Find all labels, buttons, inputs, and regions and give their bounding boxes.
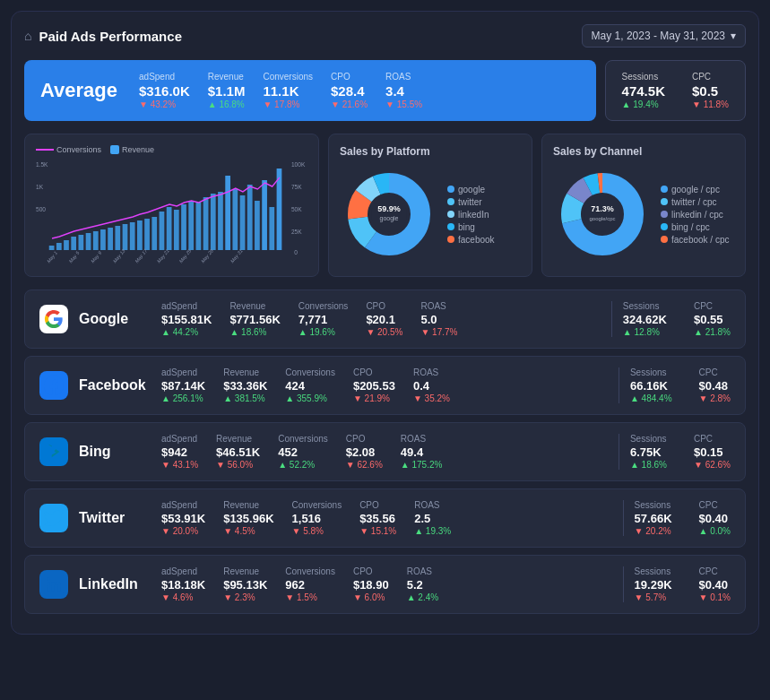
- home-icon[interactable]: ⌂: [24, 29, 31, 43]
- platform-row-bing: Bing adSpend $942 ▼ 43.1% Revenue $46.51…: [24, 422, 746, 481]
- svg-text:100K: 100K: [291, 160, 305, 169]
- bar-chart-card: Conversions Revenue 1.5K 1K 500 100K 75K: [24, 134, 319, 277]
- channel-legend: google / cpc twitter / cpc linkedin / cp…: [661, 185, 729, 245]
- separator: [619, 434, 619, 470]
- svg-rect-30: [211, 194, 216, 250]
- metric-bing-cpo: CPO $2.08 ▼ 62.6%: [346, 434, 383, 470]
- metric-linkedin-sessions-right: Sessions 19.29K ▼ 5.7%: [635, 566, 672, 602]
- svg-rect-19: [130, 222, 135, 250]
- legend-google-cpc: google / cpc: [661, 185, 729, 194]
- svg-text:May 28: May 28: [201, 247, 214, 264]
- linkedin-name: LinkedIn: [79, 576, 151, 592]
- metric-bing-roas: ROAS 49.4 ▲ 175.2%: [401, 434, 443, 470]
- metric-facebook-sessions-right: Sessions 66.16K ▲ 484.4%: [630, 367, 672, 403]
- facebook-right-metrics: Sessions 66.16K ▲ 484.4% CPC $0.48 ▼ 2.8…: [630, 367, 731, 403]
- svg-rect-29: [203, 197, 209, 250]
- avg-metric-cpo: CPO $28.4 ▼ 21.6%: [331, 72, 368, 109]
- avg-secondary-sessions: Sessions 474.5K ▲ 19.4%: [622, 72, 665, 109]
- avg-secondary-cpc: CPC $0.5 ▼ 11.8%: [692, 72, 729, 109]
- metric-google-cpc-right: CPC $0.55 ▲ 21.8%: [694, 301, 731, 337]
- legend-revenue: Revenue: [110, 145, 154, 154]
- average-row: Average adSpend $316.0K ▼ 43.2% Revenue …: [24, 60, 746, 121]
- header-left: ⌂ Paid Ads Performance: [24, 29, 182, 44]
- sales-channel-pie: 71.3% google/cpc google / cpc twitter / …: [553, 165, 734, 264]
- bing-icon: [39, 437, 68, 466]
- average-metrics-left: adSpend $316.0K ▼ 43.2% Revenue $1.1M ▲ …: [139, 72, 580, 109]
- svg-text:May 13: May 13: [112, 247, 125, 264]
- metric-google-cpo: CPO $20.1 ▼ 20.5%: [366, 301, 402, 337]
- svg-rect-17: [115, 226, 120, 250]
- header: ⌂ Paid Ads Performance May 1, 2023 - May…: [24, 24, 746, 48]
- svg-text:May 31: May 31: [229, 247, 243, 264]
- svg-rect-38: [269, 207, 274, 250]
- metric-twitter-cpc-right: CPC $0.40 ▲ 0.0%: [699, 500, 731, 536]
- metric-bing-conversions: Conversions 452 ▲ 52.2%: [278, 434, 328, 470]
- separator: [619, 367, 619, 403]
- svg-rect-11: [71, 237, 76, 250]
- charts-row: Conversions Revenue 1.5K 1K 500 100K 75K: [24, 134, 746, 277]
- svg-rect-14: [93, 231, 99, 250]
- date-range-label: May 1, 2023 - May 31, 2023: [592, 30, 725, 42]
- twitter-icon: [39, 504, 68, 532]
- metric-twitter-conversions: Conversions 1,516 ▼ 5.8%: [292, 500, 342, 536]
- svg-rect-16: [108, 228, 113, 250]
- bar-chart: 1.5K 1K 500 100K 75K 50K 25K 0: [36, 158, 307, 265]
- google-right-metrics: Sessions 324.62K ▲ 12.8% CPC $0.55 ▲ 21.…: [623, 301, 731, 337]
- svg-text:71.3%: 71.3%: [591, 204, 614, 213]
- separator: [623, 500, 624, 536]
- svg-rect-28: [196, 203, 202, 250]
- bar-chart-legend: Conversions Revenue: [36, 145, 307, 154]
- platform-row-twitter: Twitter adSpend $53.91K ▼ 20.0% Revenue …: [24, 488, 746, 548]
- svg-text:May 21: May 21: [156, 247, 169, 264]
- average-label: Average: [40, 79, 117, 102]
- metric-bing-sessions-right: Sessions 6.75K ▲ 18.6%: [630, 434, 667, 470]
- metric-twitter-cpo: CPO $35.56 ▼ 15.1%: [359, 500, 396, 536]
- metric-bing-revenue: Revenue $46.51K ▼ 56.0%: [216, 434, 260, 470]
- svg-text:25K: 25K: [291, 227, 302, 236]
- sales-channel-title: Sales by Channel: [553, 145, 734, 158]
- avg-metric-adspend: adSpend $316.0K ▼ 43.2%: [139, 72, 190, 109]
- svg-text:May 17: May 17: [134, 247, 148, 264]
- legend-facebook-cpc: facebook / cpc: [661, 235, 729, 245]
- bing-metrics: adSpend $942 ▼ 43.1% Revenue $46.51K ▼ 5…: [161, 434, 608, 470]
- svg-text:50K: 50K: [291, 204, 302, 213]
- linkedin-right-metrics: Sessions 19.29K ▼ 5.7% CPC $0.40 ▼ 0.1%: [635, 566, 731, 602]
- svg-rect-23: [160, 212, 165, 250]
- svg-rect-32: [225, 176, 230, 250]
- twitter-name: Twitter: [79, 510, 151, 526]
- svg-text:May 5: May 5: [68, 250, 80, 264]
- metric-linkedin-revenue: Revenue $95.13K ▼ 2.3%: [223, 566, 267, 602]
- twitter-right-metrics: Sessions 57.66K ▼ 20.2% CPC $0.40 ▲ 0.0%: [635, 500, 731, 536]
- average-secondary-card: Sessions 474.5K ▲ 19.4% CPC $0.5 ▼ 11.8%: [605, 60, 746, 121]
- date-range-button[interactable]: May 1, 2023 - May 31, 2023 ▾: [582, 24, 746, 48]
- platform-legend: google twitter linkedIn bing: [447, 185, 495, 245]
- page-title: Paid Ads Performance: [39, 29, 182, 44]
- svg-text:59.9%: 59.9%: [377, 204, 401, 213]
- metric-google-revenue: Revenue $771.56K ▲ 18.6%: [229, 301, 280, 337]
- metric-twitter-sessions-right: Sessions 57.66K ▼ 20.2%: [635, 500, 672, 536]
- svg-point-54: [371, 196, 407, 232]
- legend-linkedin-cpc: linkedin / cpc: [661, 210, 729, 220]
- metric-linkedin-adspend: adSpend $18.18K ▼ 4.6%: [161, 566, 205, 602]
- avg-metric-roas: ROAS 3.4 ▼ 15.5%: [385, 72, 422, 109]
- metric-twitter-roas: ROAS 2.5 ▲ 19.3%: [414, 500, 451, 536]
- metric-twitter-revenue: Revenue $135.96K ▼ 4.5%: [223, 500, 273, 536]
- svg-rect-31: [218, 192, 223, 250]
- metric-facebook-revenue: Revenue $33.36K ▲ 381.5%: [223, 367, 267, 403]
- linkedin-metrics: adSpend $18.18K ▼ 4.6% Revenue $95.13K ▼…: [161, 566, 612, 602]
- svg-text:75K: 75K: [291, 182, 302, 191]
- facebook-name: Facebook: [79, 377, 151, 393]
- svg-rect-25: [174, 210, 179, 250]
- average-main-card: Average adSpend $316.0K ▼ 43.2% Revenue …: [24, 60, 596, 121]
- bing-name: Bing: [79, 444, 151, 460]
- chevron-down-icon: ▾: [731, 30, 736, 42]
- svg-rect-26: [181, 204, 186, 250]
- svg-text:May 9: May 9: [91, 250, 102, 264]
- svg-text:1.5K: 1.5K: [36, 160, 48, 169]
- svg-rect-36: [255, 201, 260, 250]
- svg-rect-20: [137, 220, 143, 250]
- svg-rect-24: [167, 207, 172, 250]
- separator: [623, 566, 624, 602]
- metric-google-adspend: adSpend $155.81K ▲ 44.2%: [161, 301, 212, 337]
- metric-linkedin-cpo: CPO $18.90 ▼ 6.0%: [353, 566, 389, 602]
